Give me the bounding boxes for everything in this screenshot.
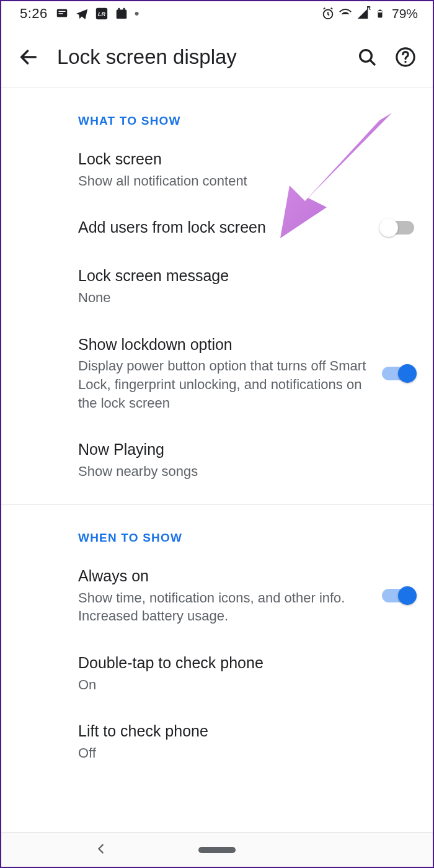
- setting-lift[interactable]: Lift to check phone Off: [1, 707, 433, 776]
- nav-home-pill[interactable]: [198, 847, 236, 853]
- app-bar: Lock screen display: [1, 26, 433, 88]
- back-button[interactable]: [17, 46, 40, 68]
- setting-always-on[interactable]: Always on Show time, notification icons,…: [1, 552, 433, 639]
- status-bar: 5:26 LR •: [1, 1, 433, 26]
- status-time: 5:26: [20, 6, 48, 22]
- search-button[interactable]: [356, 46, 378, 68]
- setting-subtitle: None: [78, 289, 414, 307]
- svg-rect-8: [379, 10, 381, 11]
- section-header-when-to-show: WHEN TO SHOW: [1, 505, 433, 552]
- svg-rect-4: [118, 8, 120, 11]
- setting-title: Always on: [78, 566, 370, 587]
- setting-title: Lock screen: [78, 149, 414, 170]
- svg-text:LR: LR: [98, 11, 106, 17]
- setting-title: Add users from lock screen: [78, 217, 382, 238]
- page-title: Lock screen display: [57, 45, 339, 69]
- svg-rect-9: [378, 11, 382, 12]
- always-on-toggle[interactable]: [382, 589, 414, 602]
- setting-subtitle: Off: [78, 744, 414, 763]
- setting-now-playing[interactable]: Now Playing Show nearby songs: [1, 426, 433, 494]
- setting-subtitle: Display power button option that turns o…: [78, 357, 370, 412]
- setting-subtitle: On: [78, 676, 414, 694]
- battery-icon: [373, 7, 387, 20]
- more-notifications-dot: •: [135, 6, 140, 22]
- alarm-icon: [321, 7, 335, 20]
- calendar-notification-icon: [115, 7, 128, 20]
- setting-show-lockdown[interactable]: Show lockdown option Display power butto…: [1, 321, 433, 426]
- setting-title: Now Playing: [78, 439, 414, 460]
- svg-rect-0: [57, 9, 68, 17]
- setting-title: Double-tap to check phone: [78, 653, 414, 674]
- help-button[interactable]: [394, 46, 417, 68]
- svg-point-12: [404, 61, 406, 63]
- setting-subtitle: Show all notification content: [78, 172, 414, 190]
- navigation-bar: [1, 832, 433, 867]
- wifi-icon: [339, 7, 352, 20]
- setting-title: Show lockdown option: [78, 334, 370, 356]
- setting-title: Lock screen message: [78, 266, 414, 287]
- svg-rect-5: [123, 8, 125, 11]
- setting-lock-screen[interactable]: Lock screen Show all notification conten…: [1, 135, 433, 204]
- section-header-what-to-show: WHAT TO SHOW: [1, 88, 433, 135]
- svg-rect-3: [117, 10, 127, 19]
- telegram-icon: [75, 7, 89, 20]
- setting-subtitle: Show nearby songs: [78, 462, 414, 481]
- lr-icon: LR: [95, 7, 108, 20]
- signal-icon: R: [356, 7, 370, 20]
- nav-back-button[interactable]: [94, 842, 108, 858]
- battery-percentage: 79%: [392, 6, 418, 21]
- show-lockdown-toggle[interactable]: [382, 367, 414, 380]
- setting-add-users[interactable]: Add users from lock screen: [1, 204, 433, 252]
- setting-double-tap[interactable]: Double-tap to check phone On: [1, 639, 433, 707]
- add-users-toggle[interactable]: [382, 221, 414, 235]
- setting-lock-screen-message[interactable]: Lock screen message None: [1, 252, 433, 320]
- setting-subtitle: Show time, notification icons, and other…: [78, 589, 370, 625]
- messages-icon: [55, 7, 69, 20]
- setting-title: Lift to check phone: [78, 721, 414, 742]
